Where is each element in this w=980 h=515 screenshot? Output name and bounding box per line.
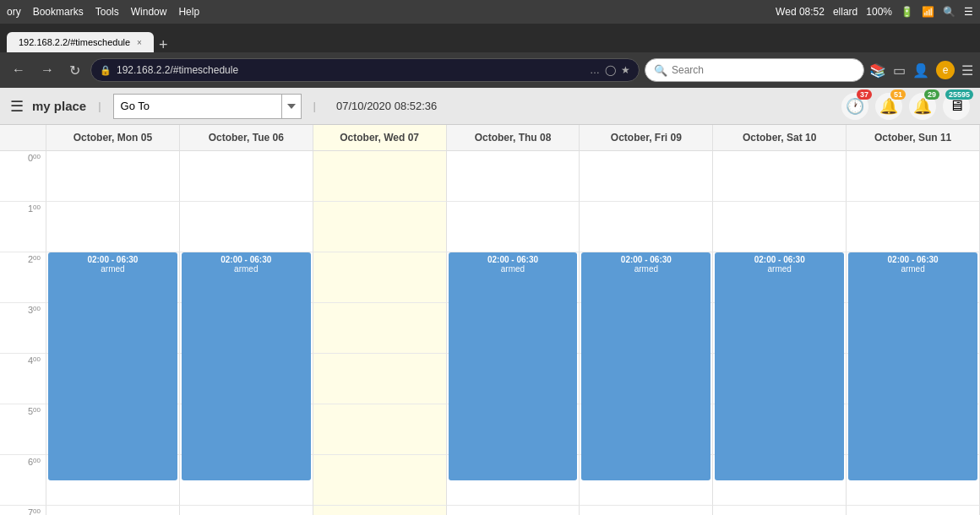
day-header-0: October, Mon 05 [46,125,180,151]
day-header-1: October, Tue 06 [180,125,313,151]
event-block[interactable]: 02:00 - 06:30armed [449,252,578,480]
new-tab-button[interactable]: + [159,37,168,52]
cal-cell-day5-hour1[interactable] [713,202,847,252]
event-label: armed [768,264,792,274]
cal-cell-day4-hour0[interactable] [580,151,713,202]
event-time-label: 02:00 - 06:30 [220,255,271,264]
toolbar-icons: 🕐 37 🔔 51 🔔 29 🖥 25595 [841,93,970,120]
cal-cell-day1-hour1[interactable] [180,202,313,252]
cal-cell-day6-hour0[interactable] [847,151,980,202]
url-text: 192.168.2.2/#timeschedule [117,64,238,76]
cal-cell-day0-hour1[interactable] [46,202,180,252]
os-battery-pct: 100% [866,6,892,18]
cal-cell-day6-hour1[interactable] [847,202,980,252]
cal-cell-day2-hour7[interactable] [313,506,447,515]
cal-cell-day1-hour2[interactable]: 02:00 - 06:30armed [180,252,313,303]
nav-forward-button[interactable]: → [35,59,59,81]
cal-cell-day2-hour3[interactable] [313,303,447,354]
sidebar-toggle-icon[interactable]: ▭ [893,62,906,79]
os-menubar: ory Bookmarks Tools Window Help Wed 08:5… [0,0,980,24]
nav-icons: 📚 ▭ 👤 e ☰ [869,61,973,79]
cal-cell-day3-hour0[interactable] [447,151,580,202]
bell-badge: 51 [890,89,906,100]
os-list-icon[interactable]: ☰ [964,6,973,18]
event-label: armed [501,264,525,274]
cal-cell-day4-hour2[interactable]: 02:00 - 06:30armed [580,252,713,303]
search-input[interactable] [672,64,855,76]
os-user: ellard [833,6,858,18]
cal-cell-day5-hour0[interactable] [713,151,847,202]
url-bar[interactable]: 🔒 192.168.2.2/#timeschedule … ◯ ★ [90,58,640,82]
time-slot-3: 300 [0,303,46,354]
time-slot-2: 200 [0,252,46,303]
event-time-label: 02:00 - 06:30 [87,255,138,264]
cal-cell-day2-hour2[interactable] [313,252,447,303]
cal-cell-day3-hour1[interactable] [447,202,580,252]
calendar-grid: October, Mon 05October, Tue 06October, W… [0,125,980,515]
os-menu-right: Wed 08:52 ellard 100% 🔋 📶 🔍 ☰ [776,6,973,18]
profile-icon[interactable]: 👤 [912,62,929,79]
green-icon-btn[interactable]: 🔔 29 [909,93,936,120]
menu-item-help[interactable]: Help [178,6,199,18]
cal-cell-day1-hour7[interactable] [180,506,313,515]
cal-cell-day2-hour4[interactable] [313,354,447,404]
menu-item-window[interactable]: Window [131,6,167,18]
event-block[interactable]: 02:00 - 06:30armed [182,252,311,480]
cal-cell-day5-hour7[interactable] [713,506,847,515]
bookmark-pocket-icon[interactable]: ◯ [605,64,616,76]
browser-tab[interactable]: 192.168.2.2/#timeschedule × [7,32,154,52]
goto-select[interactable]: Go To [113,94,282,119]
hamburger-menu-icon[interactable]: ☰ [10,97,24,116]
cal-cell-day2-hour5[interactable] [313,404,447,455]
flag-icon: 🔔 [913,97,932,116]
library-icon[interactable]: 📚 [869,62,886,79]
cal-cell-day4-hour1[interactable] [580,202,713,252]
cal-cell-day3-hour7[interactable] [447,506,580,515]
goto-dropdown-arrow[interactable] [282,94,302,119]
url-more-icon[interactable]: … [590,64,600,76]
nav-back-button[interactable]: ← [7,59,30,81]
nav-refresh-button[interactable]: ↻ [64,59,85,82]
menu-item-tools[interactable]: Tools [95,6,119,18]
cal-cell-day5-hour2[interactable]: 02:00 - 06:30armed [713,252,847,303]
cal-cell-day2-hour0[interactable] [313,151,447,202]
bookmark-star-icon[interactable]: ★ [621,64,630,76]
event-label: armed [901,264,924,274]
cal-cell-day1-hour0[interactable] [180,151,313,202]
event-block[interactable]: 02:00 - 06:30armed [848,252,977,480]
calendar-container[interactable]: October, Mon 05October, Tue 06October, W… [0,125,980,515]
cal-cell-day2-hour1[interactable] [313,202,447,252]
cal-cell-day0-hour7[interactable] [46,506,180,515]
cal-cell-day2-hour6[interactable] [313,455,447,506]
event-block[interactable]: 02:00 - 06:30armed [581,252,710,480]
cal-cell-day4-hour7[interactable] [580,506,713,515]
cal-cell-day6-hour7[interactable] [847,506,980,515]
time-slot-4: 400 [0,354,46,404]
event-time-label: 02:00 - 06:30 [487,255,538,264]
event-time-label: 02:00 - 06:30 [754,255,805,264]
menu-item-ory[interactable]: ory [7,6,21,18]
browser-menu-icon[interactable]: ☰ [961,62,973,79]
tab-title: 192.168.2.2/#timeschedule [19,37,130,47]
cal-cell-day6-hour2[interactable]: 02:00 - 06:30armed [847,252,980,303]
day-header-6: October, Sun 11 [847,125,980,151]
bell-icon-btn[interactable]: 🔔 51 [875,93,902,120]
cal-cell-day3-hour2[interactable]: 02:00 - 06:30armed [447,252,580,303]
alerts-icon-btn[interactable]: 🕐 37 [841,93,868,120]
cal-cell-day0-hour0[interactable] [46,151,180,202]
event-block[interactable]: 02:00 - 06:30armed [715,252,844,480]
search-bar[interactable]: 🔍 [645,58,864,82]
cal-cell-day0-hour2[interactable]: 02:00 - 06:30armed [46,252,180,303]
goto-container: Go To [113,94,302,119]
tab-close-button[interactable]: × [137,38,142,47]
event-block[interactable]: 02:00 - 06:30armed [48,252,177,480]
event-label: armed [234,264,258,274]
menu-item-bookmarks[interactable]: Bookmarks [33,6,84,18]
user-avatar-icon[interactable]: e [936,61,955,79]
green-badge: 29 [924,89,939,100]
os-wifi-icon: 📶 [922,6,934,18]
teal-icon-btn[interactable]: 🖥 25595 [943,93,970,120]
day-header-5: October, Sat 10 [713,125,847,151]
os-search-icon[interactable]: 🔍 [943,6,956,18]
time-slot-7: 700 [0,506,46,515]
